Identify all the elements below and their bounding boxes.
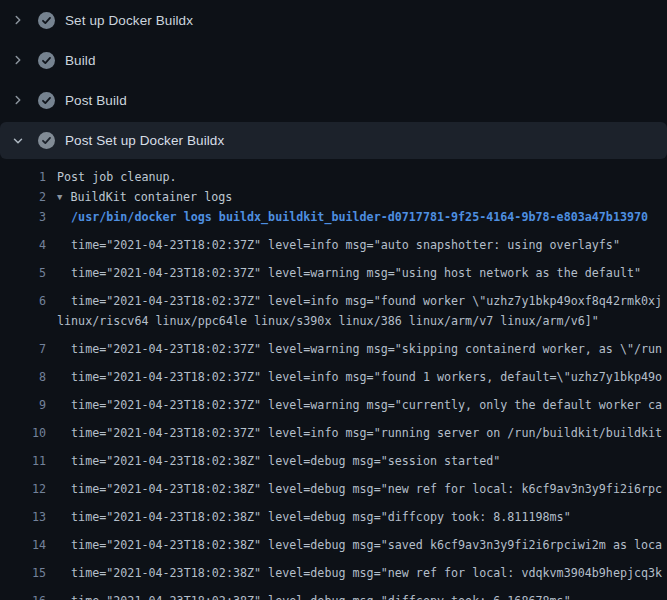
check-circle-icon (38, 92, 55, 109)
log-line: 7 time="2021-04-23T18:02:37Z" level=warn… (0, 331, 667, 359)
step-post-build[interactable]: Post Build (0, 80, 667, 120)
line-number[interactable]: 8 (0, 367, 46, 387)
log-text: time="2021-04-23T18:02:37Z" level=warnin… (57, 395, 662, 415)
line-number[interactable]: 4 (0, 235, 46, 255)
log-line: 5 time="2021-04-23T18:02:37Z" level=warn… (0, 255, 667, 283)
log-text: time="2021-04-23T18:02:37Z" level=warnin… (57, 339, 662, 359)
log-line: linux/riscv64 linux/ppc64le linux/s390x … (0, 311, 667, 331)
log-text: linux/riscv64 linux/ppc64le linux/s390x … (57, 311, 599, 331)
log-text: time="2021-04-23T18:02:38Z" level=debug … (57, 563, 662, 583)
log-line: 1Post job cleanup. (0, 167, 667, 187)
line-number[interactable]: 10 (0, 423, 46, 443)
log-line: 2▼ BuildKit container logs (0, 187, 667, 207)
step-title: Build (65, 53, 96, 68)
log-text: time="2021-04-23T18:02:37Z" level=info m… (57, 367, 662, 387)
chevron-right-icon (10, 92, 26, 108)
log-line: 14 time="2021-04-23T18:02:38Z" level=deb… (0, 527, 667, 555)
log-line: 10 time="2021-04-23T18:02:37Z" level=inf… (0, 415, 667, 443)
check-circle-icon (38, 52, 55, 69)
line-number[interactable]: 5 (0, 263, 46, 283)
step-post-set-up-docker-buildx[interactable]: Post Set up Docker Buildx (0, 122, 667, 159)
chevron-right-icon (10, 52, 26, 68)
log-text: time="2021-04-23T18:02:37Z" level=info m… (57, 291, 662, 311)
log-line: 13 time="2021-04-23T18:02:38Z" level=deb… (0, 499, 667, 527)
log-line: 6 time="2021-04-23T18:02:37Z" level=info… (0, 283, 667, 311)
actions-log-viewer: Set up Docker Buildx Build Post Build Po… (0, 0, 667, 600)
log-line: 12 time="2021-04-23T18:02:38Z" level=deb… (0, 471, 667, 499)
command-text: /usr/bin/docker logs buildx_buildkit_bui… (57, 207, 648, 227)
log-lines: 1Post job cleanup.2▼ BuildKit container … (0, 159, 667, 600)
log-line: 11 time="2021-04-23T18:02:38Z" level=deb… (0, 443, 667, 471)
line-number[interactable]: 13 (0, 507, 46, 527)
log-text: time="2021-04-23T18:02:38Z" level=debug … (57, 507, 571, 527)
group-expanded-triangle-icon[interactable]: ▼ (57, 187, 62, 207)
line-number[interactable]: 16 (0, 591, 46, 600)
check-circle-icon (38, 12, 55, 29)
line-number[interactable]: 14 (0, 535, 46, 555)
step-title: Post Build (65, 93, 127, 108)
log-line: 9 time="2021-04-23T18:02:37Z" level=warn… (0, 387, 667, 415)
line-number[interactable]: 3 (0, 207, 46, 227)
log-line: 16 time="2021-04-23T18:02:38Z" level=deb… (0, 583, 667, 600)
check-circle-icon (38, 132, 55, 149)
step-set-up-docker-buildx[interactable]: Set up Docker Buildx (0, 0, 667, 40)
log-group-title[interactable]: ▼ BuildKit container logs (57, 187, 232, 207)
line-number[interactable]: 7 (0, 339, 46, 359)
log-text: Post job cleanup. (57, 167, 177, 187)
log-text: time="2021-04-23T18:02:38Z" level=debug … (57, 591, 571, 600)
chevron-right-icon (10, 12, 26, 28)
log-text: time="2021-04-23T18:02:37Z" level=info m… (57, 423, 662, 443)
line-number[interactable]: 15 (0, 563, 46, 583)
line-number[interactable]: 11 (0, 451, 46, 471)
log-line: 4 time="2021-04-23T18:02:37Z" level=info… (0, 227, 667, 255)
step-build[interactable]: Build (0, 40, 667, 80)
line-number[interactable]: 6 (0, 291, 46, 311)
line-number[interactable]: 12 (0, 479, 46, 499)
log-line: 8 time="2021-04-23T18:02:37Z" level=info… (0, 359, 667, 387)
log-text: time="2021-04-23T18:02:38Z" level=debug … (57, 451, 500, 471)
chevron-down-icon (10, 133, 26, 149)
log-line: 15 time="2021-04-23T18:02:38Z" level=deb… (0, 555, 667, 583)
log-text: time="2021-04-23T18:02:38Z" level=debug … (57, 479, 662, 499)
step-title: Post Set up Docker Buildx (65, 133, 224, 148)
log-text: time="2021-04-23T18:02:37Z" level=info m… (57, 235, 620, 255)
step-title: Set up Docker Buildx (65, 13, 193, 28)
line-number[interactable]: 1 (0, 167, 46, 187)
log-text: time="2021-04-23T18:02:38Z" level=debug … (57, 535, 662, 555)
line-number[interactable]: 2 (0, 187, 46, 207)
log-line: 3 /usr/bin/docker logs buildx_buildkit_b… (0, 207, 667, 227)
line-number (0, 311, 46, 331)
log-text: time="2021-04-23T18:02:37Z" level=warnin… (57, 263, 641, 283)
line-number[interactable]: 9 (0, 395, 46, 415)
